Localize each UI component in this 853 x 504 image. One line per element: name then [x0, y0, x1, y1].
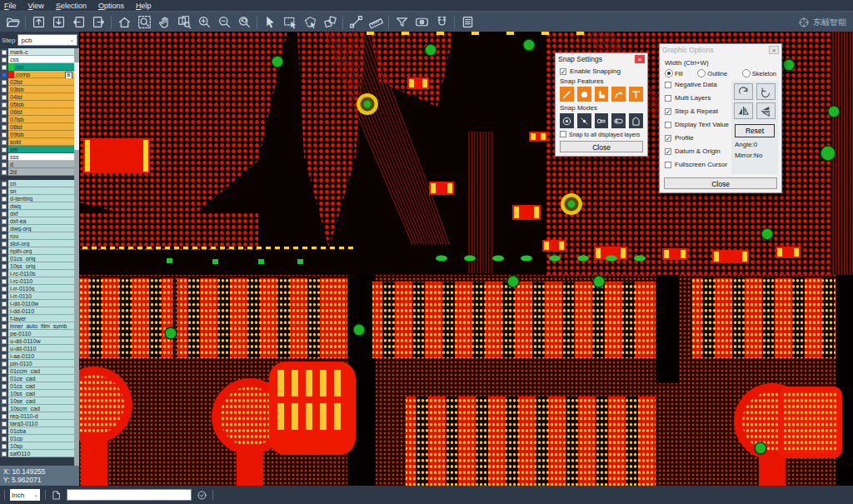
layer-row-04lst[interactable]: 04lst [0, 93, 79, 101]
radio-fill[interactable]: Fill [665, 69, 683, 77]
layer-visibility-checkbox[interactable] [2, 444, 7, 449]
measure-line-button[interactable] [346, 13, 366, 32]
page-icon[interactable] [51, 490, 62, 501]
zoom-in-button[interactable] [194, 13, 214, 32]
layer-visibility-checkbox[interactable] [2, 170, 7, 175]
check-fullscreen-cursor[interactable]: Fullscreen Cursor [665, 161, 730, 168]
layer-visibility-checkbox[interactable] [2, 140, 7, 145]
mirror-vertical-button[interactable] [756, 102, 776, 119]
layer-row-01ce_cad[interactable]: 01ce_cad [0, 375, 79, 382]
layer-row-03lsb[interactable]: 03lsb [0, 86, 79, 93]
checkbox[interactable] [665, 148, 671, 155]
rotate-cw-button[interactable] [734, 83, 753, 100]
save-step-button[interactable] [28, 13, 48, 32]
select-button[interactable] [260, 13, 280, 32]
select-polygon-button[interactable] [300, 13, 320, 32]
layer-visibility-checkbox[interactable] [2, 272, 7, 277]
check-negative-data[interactable]: Negative Data [665, 81, 730, 88]
layer-row-d-tenting[interactable]: d-tenting [0, 195, 79, 202]
filter-button[interactable] [392, 13, 412, 32]
layer-visibility-checkbox[interactable] [2, 384, 7, 389]
layer-row-i-rc-0110s[interactable]: i-rc-0110s [0, 270, 79, 277]
layer-row-comp[interactable]: compB [0, 71, 79, 78]
check-display-text-value[interactable]: Display Text Value [665, 121, 730, 128]
layer-row-01cs_cad[interactable]: 01cs_cad [0, 382, 79, 390]
layer-row-inner_auto_film_symb[interactable]: inner_auto_film_symb [0, 322, 79, 330]
layer-visibility-checkbox[interactable] [2, 422, 7, 427]
layer-row-07lsb[interactable]: 07lsb [0, 116, 79, 123]
save-down-button[interactable] [48, 13, 68, 32]
checkbox[interactable] [665, 95, 671, 102]
layer-row-css[interactable]: css [0, 56, 79, 63]
layer-visibility-checkbox[interactable] [2, 117, 7, 122]
layer-visibility-checkbox[interactable] [2, 339, 7, 344]
home-button[interactable] [114, 13, 134, 32]
layer-row-slot-org[interactable]: slot-org [0, 240, 79, 247]
layer-row-08lst[interactable]: 08lst [0, 123, 79, 131]
layer-row-npth-org[interactable]: npth-org [0, 247, 79, 255]
layer-visibility-checkbox[interactable] [2, 50, 7, 55]
layer-visibility-checkbox[interactable] [2, 155, 7, 160]
layer-row-01ccm_cad[interactable]: 01ccm_cad [0, 367, 79, 375]
layer-row-10scm_cad[interactable]: 10scm_cad [0, 405, 79, 412]
layer-row-10se_cad[interactable]: 10se_cad [0, 397, 79, 405]
check-step-repeat[interactable]: Step & Repeat [665, 107, 730, 115]
pcb-canvas[interactable]: Snap Settings Enable Snapping Snap Featu… [79, 32, 853, 486]
layer-row-05lsb[interactable]: 05lsb [0, 101, 79, 108]
layer-row-09lsb[interactable]: 09lsb [0, 131, 79, 138]
layer-visibility-checkbox[interactable] [2, 95, 7, 100]
layer-list-scrollbar-thumb[interactable] [74, 62, 79, 150]
layer-row-pin-0110[interactable]: pin-0110 [0, 360, 79, 367]
check-multi-layers[interactable]: Multi Layers [665, 94, 730, 102]
layer-visibility-checkbox[interactable] [2, 249, 7, 254]
layer-row-f-layer[interactable]: f-layer [0, 315, 79, 322]
menu-view[interactable]: View [28, 2, 44, 10]
layer-visibility-checkbox[interactable] [2, 147, 7, 152]
layer-row-i-rr-0110[interactable]: i-rr-0110 [0, 292, 79, 300]
menu-selection[interactable]: Selection [56, 2, 87, 10]
layer-visibility-checkbox[interactable] [2, 87, 7, 92]
apply-icon[interactable] [197, 490, 207, 501]
select-rect-button[interactable] [280, 13, 300, 32]
layer-visibility-checkbox[interactable] [2, 80, 7, 85]
check-datum-origin[interactable]: Datum & Origin [665, 147, 730, 155]
pan-button[interactable] [154, 13, 174, 32]
layer-visibility-checkbox[interactable] [2, 414, 7, 419]
checkbox[interactable] [665, 162, 671, 168]
layer-row-06lst[interactable]: 06lst [0, 108, 79, 116]
pad-snap-button[interactable] [577, 87, 591, 102]
layer-visibility-checkbox[interactable] [2, 362, 7, 367]
text-snap-button[interactable] [629, 87, 643, 102]
check-profile[interactable]: Profile [665, 134, 730, 142]
layer-visibility-checkbox[interactable] [2, 302, 7, 307]
snap-magnet-button[interactable] [431, 13, 451, 32]
zoom-window-button[interactable] [174, 13, 194, 32]
open-button[interactable] [2, 13, 22, 32]
checkbox[interactable] [665, 135, 671, 142]
layer-visibility-checkbox[interactable] [2, 204, 7, 209]
layer-visibility-checkbox[interactable] [2, 212, 7, 217]
layer-visibility-checkbox[interactable] [2, 162, 7, 167]
enable-snapping-checkbox[interactable] [560, 68, 566, 75]
graphic-dialog-titlebar[interactable]: Graphic Options [660, 44, 781, 56]
view-options-button[interactable] [412, 13, 431, 32]
layer-row-reg-0110-d[interactable]: reg-0110-d [0, 412, 79, 420]
layer-visibility-checkbox[interactable] [2, 332, 7, 337]
layer-visibility-checkbox[interactable] [2, 65, 7, 70]
layer-row-i-aa-0110[interactable]: i-aa-0110 [0, 352, 79, 360]
checkbox[interactable] [665, 108, 671, 115]
layer-row-pe-0110[interactable]: pe-0110 [0, 330, 79, 337]
layer-row-d[interactable]: d [0, 161, 79, 168]
radio-skeleton[interactable]: Skeleton [742, 69, 776, 77]
layer-row-cm[interactable]: cm [0, 63, 79, 71]
layer-visibility-checkbox[interactable] [2, 392, 7, 397]
layer-visibility-checkbox[interactable] [2, 407, 7, 412]
layer-visibility-checkbox[interactable] [2, 102, 7, 107]
zoom-fit-button[interactable] [134, 13, 154, 32]
layer-visibility-checkbox[interactable] [2, 57, 7, 62]
layer-visibility-checkbox[interactable] [2, 429, 7, 434]
menu-file[interactable]: File [4, 2, 17, 10]
unit-select[interactable]: Inch ⌄ [10, 489, 40, 501]
layer-row-dxf[interactable]: dxf [0, 210, 79, 217]
layer-row-sm[interactable]: sm [0, 146, 79, 153]
